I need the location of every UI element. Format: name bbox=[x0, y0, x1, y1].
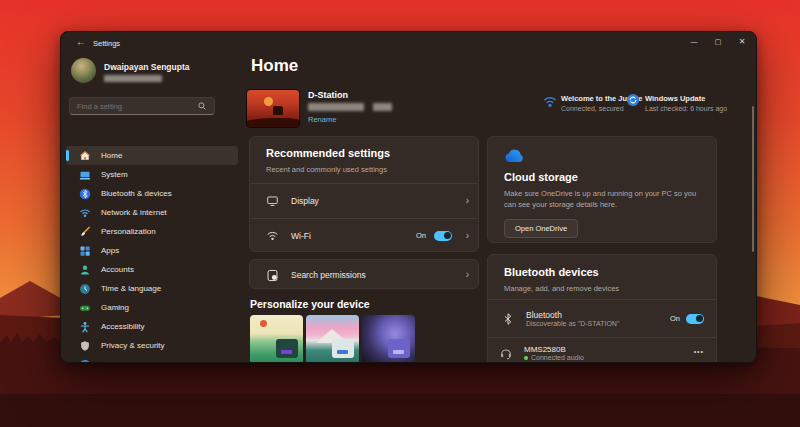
sidebar-nav: Home System Bluetooth & devices Network … bbox=[66, 146, 238, 363]
gaming-icon bbox=[78, 301, 91, 314]
bluetooth-icon bbox=[78, 187, 91, 200]
sidebar-item-label: Windows Update bbox=[101, 360, 161, 363]
recommended-settings-card: Recommended settings Recent and commonly… bbox=[249, 136, 479, 252]
scrollbar[interactable] bbox=[752, 106, 754, 252]
row-label: Bluetooth bbox=[526, 310, 619, 320]
headset-icon bbox=[498, 346, 514, 360]
settings-window: ← Settings — ▢ ✕ Dwaipayan Sengupta Home bbox=[60, 31, 757, 363]
accounts-icon bbox=[78, 263, 91, 276]
minimize-button[interactable]: — bbox=[682, 32, 706, 51]
windows-update-icon bbox=[78, 358, 91, 363]
search-permissions-icon bbox=[264, 268, 280, 282]
back-button[interactable]: ← bbox=[73, 36, 89, 47]
wifi-icon bbox=[543, 95, 557, 109]
theme-preview-overlay bbox=[332, 339, 354, 358]
sidebar-item-system[interactable]: System bbox=[66, 165, 238, 184]
toggle-state-label: On bbox=[416, 231, 426, 240]
sidebar-item-windows-update[interactable]: Windows Update bbox=[66, 355, 238, 363]
display-row[interactable]: Display › bbox=[250, 184, 478, 218]
bluetooth-toggle[interactable] bbox=[686, 314, 704, 324]
sidebar: Dwaipayan Sengupta Home System bbox=[61, 54, 243, 362]
device-sublabel: Connected audio bbox=[531, 354, 584, 361]
thumbnail-ground bbox=[246, 118, 300, 128]
sidebar-item-network-internet[interactable]: Network & internet bbox=[66, 203, 238, 222]
page-title: Home bbox=[251, 56, 298, 76]
sidebar-item-privacy-security[interactable]: Privacy & security bbox=[66, 336, 238, 355]
row-label: Search permissions bbox=[291, 270, 366, 280]
sidebar-item-label: Personalization bbox=[101, 227, 156, 236]
search-icon bbox=[197, 101, 207, 111]
sidebar-item-label: System bbox=[101, 170, 128, 179]
bluetooth-devices-card: Bluetooth devices Manage, add, and remov… bbox=[487, 254, 717, 363]
display-icon bbox=[264, 194, 280, 208]
device-model-redacted bbox=[308, 103, 364, 111]
search-box[interactable] bbox=[69, 97, 215, 115]
sidebar-item-apps[interactable]: Apps bbox=[66, 241, 238, 260]
search-input[interactable] bbox=[77, 102, 197, 111]
update-status-subtitle: Last checked: 6 hours ago bbox=[645, 105, 727, 112]
profile-email-redacted bbox=[104, 75, 162, 82]
close-button[interactable]: ✕ bbox=[730, 32, 754, 51]
apps-icon bbox=[78, 244, 91, 257]
sidebar-item-label: Privacy & security bbox=[101, 341, 165, 350]
sidebar-item-accounts[interactable]: Accounts bbox=[66, 260, 238, 279]
bluetooth-toggle-row[interactable]: Bluetooth Discoverable as "D-STATION" On bbox=[488, 300, 716, 337]
bluetooth-icon bbox=[500, 312, 516, 326]
update-status-title[interactable]: Windows Update bbox=[645, 94, 705, 103]
sidebar-item-label: Home bbox=[101, 151, 122, 160]
card-subtitle: Manage, add, and remove devices bbox=[504, 284, 619, 293]
sidebar-item-bluetooth-devices[interactable]: Bluetooth & devices bbox=[66, 184, 238, 203]
device-label: MMS2580B bbox=[524, 345, 584, 354]
search-permissions-card: Search permissions › bbox=[249, 259, 479, 289]
window-title: Settings bbox=[93, 39, 120, 48]
theme-thumbnail-meadow[interactable] bbox=[250, 315, 303, 363]
sidebar-item-home[interactable]: Home bbox=[66, 146, 238, 165]
thumbnail-sun bbox=[264, 97, 273, 106]
personalization-icon bbox=[78, 225, 91, 238]
wifi-row[interactable]: Wi-Fi On › bbox=[250, 219, 478, 252]
device-wallpaper-thumbnail bbox=[246, 89, 300, 128]
card-title: Recommended settings bbox=[266, 147, 390, 159]
chevron-right-icon: › bbox=[466, 229, 469, 240]
device-name: D-Station bbox=[308, 90, 348, 100]
wifi-icon bbox=[78, 206, 91, 219]
sidebar-item-label: Accounts bbox=[101, 265, 134, 274]
wifi-toggle[interactable] bbox=[434, 231, 452, 241]
theme-thumbnail-blossom[interactable] bbox=[306, 315, 359, 363]
system-icon bbox=[78, 168, 91, 181]
theme-thumbnail-dark-glow[interactable] bbox=[362, 315, 415, 363]
more-options-button[interactable]: ••• bbox=[694, 348, 704, 355]
shield-icon bbox=[78, 339, 91, 352]
maximize-button[interactable]: ▢ bbox=[706, 32, 730, 51]
sidebar-item-personalization[interactable]: Personalization bbox=[66, 222, 238, 241]
thumbnail-rider-silhouette bbox=[273, 106, 283, 115]
sidebar-item-accessibility[interactable]: Accessibility bbox=[66, 317, 238, 336]
sidebar-item-label: Network & internet bbox=[101, 208, 167, 217]
sidebar-item-gaming[interactable]: Gaming bbox=[66, 298, 238, 317]
cloud-body-text: Make sure OneDrive is up and running on … bbox=[504, 189, 706, 211]
card-title: Bluetooth devices bbox=[504, 266, 599, 278]
card-title: Cloud storage bbox=[504, 171, 578, 183]
sidebar-item-label: Gaming bbox=[101, 303, 129, 312]
selected-indicator bbox=[66, 150, 69, 161]
personalize-title: Personalize your device bbox=[250, 298, 370, 310]
sidebar-item-label: Apps bbox=[101, 246, 119, 255]
theme-preview-overlay bbox=[388, 339, 410, 358]
toggle-state-label: On bbox=[670, 314, 680, 323]
avatar[interactable] bbox=[71, 58, 96, 83]
time-language-icon bbox=[78, 282, 91, 295]
rename-link[interactable]: Rename bbox=[308, 115, 336, 124]
open-onedrive-button[interactable]: Open OneDrive bbox=[504, 219, 578, 238]
wifi-icon bbox=[264, 229, 280, 243]
home-icon bbox=[78, 149, 91, 162]
theme-sun bbox=[260, 320, 267, 327]
theme-preview-overlay bbox=[276, 339, 298, 358]
sidebar-item-label: Time & language bbox=[101, 284, 161, 293]
sidebar-item-time-language[interactable]: Time & language bbox=[66, 279, 238, 298]
bluetooth-device-row[interactable]: MMS2580B Connected audio ••• bbox=[488, 338, 716, 363]
row-label: Wi-Fi bbox=[291, 231, 311, 241]
chevron-right-icon: › bbox=[466, 269, 469, 280]
search-permissions-row[interactable]: Search permissions › bbox=[250, 260, 478, 290]
windows-update-icon bbox=[626, 93, 640, 107]
titlebar: ← Settings — ▢ ✕ bbox=[61, 32, 756, 54]
